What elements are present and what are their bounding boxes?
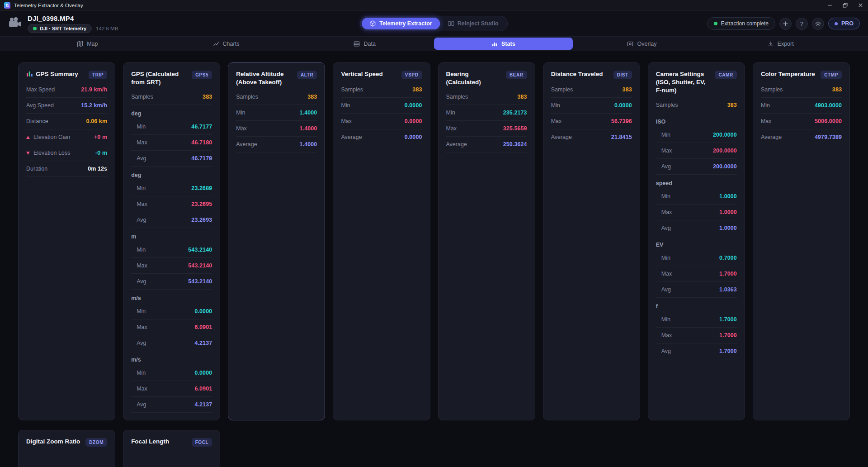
triangle-down-icon bbox=[26, 152, 30, 155]
stat-label: Avg bbox=[137, 401, 146, 408]
card-section: EVMin0.7000Max1.7000Avg1.0363 bbox=[656, 236, 737, 298]
tab-stats[interactable]: Stats bbox=[434, 38, 573, 50]
tab-data[interactable]: Data bbox=[295, 38, 434, 50]
stat-row: Max200.0000 bbox=[656, 143, 737, 159]
stat-row: Min1.0000 bbox=[656, 189, 737, 205]
stat-value: 383 bbox=[623, 86, 632, 93]
stat-label-text: Avg bbox=[137, 278, 146, 285]
stat-row: Samples383 bbox=[761, 82, 842, 98]
tab-charts[interactable]: Charts bbox=[157, 38, 296, 50]
cards-grid: GPS SummaryTRIPMax Speed21.9 km/hAvg Spe… bbox=[18, 62, 850, 467]
card-title: Camera Settings (ISO, Shutter, EV, F-num… bbox=[656, 70, 712, 95]
card-gps-srt[interactable]: GPS (Calculated from SRT)GPS5Samples383d… bbox=[123, 62, 220, 420]
stat-label: Avg bbox=[661, 225, 671, 231]
stat-label-text: Avg bbox=[137, 217, 146, 223]
stat-label-text: Avg bbox=[661, 348, 671, 354]
stat-row: Avg1.0363 bbox=[656, 282, 737, 298]
stat-label: Distance bbox=[26, 118, 48, 124]
stat-value: 383 bbox=[832, 86, 842, 93]
stat-row: Max325.5659 bbox=[446, 121, 527, 137]
stat-label: Duration bbox=[26, 166, 47, 172]
card-title: GPS (Calculated from SRT) bbox=[131, 70, 188, 86]
stat-row: Samples383 bbox=[656, 97, 737, 113]
stat-value: 0.0000 bbox=[614, 102, 632, 109]
stat-label-text: Duration bbox=[26, 166, 47, 172]
stat-label-text: Max bbox=[551, 118, 562, 124]
stat-label-text: Min bbox=[137, 247, 146, 253]
stat-row: Max1.0000 bbox=[656, 205, 737, 220]
card-title: Distance Traveled bbox=[551, 70, 610, 78]
stat-row: Average21.8415 bbox=[551, 129, 632, 145]
tab-export[interactable]: Export bbox=[711, 38, 850, 50]
stat-value: 383 bbox=[517, 94, 527, 100]
stat-value: 0.0000 bbox=[194, 370, 212, 376]
stat-label: Samples bbox=[131, 94, 153, 100]
stat-value: 383 bbox=[727, 102, 737, 108]
card-focal-length[interactable]: Focal LengthFOCL bbox=[123, 430, 220, 467]
minimize-button[interactable] bbox=[822, 0, 837, 10]
section-label: EV bbox=[656, 236, 737, 250]
stat-value: 1.0000 bbox=[719, 193, 737, 200]
tab-overlay[interactable]: Overlay bbox=[573, 38, 712, 50]
mode-tab-reinject-studio[interactable]: Reinject Studio bbox=[440, 18, 506, 29]
card-camera-settings[interactable]: Camera Settings (ISO, Shutter, EV, F-num… bbox=[648, 62, 745, 420]
gear-icon bbox=[815, 21, 821, 27]
stat-label-text: Min bbox=[137, 124, 146, 130]
stat-value: 1.4000 bbox=[300, 125, 317, 132]
stat-label: Samples bbox=[656, 102, 678, 108]
stat-value: 6.0901 bbox=[194, 324, 212, 330]
stat-value: 1.7000 bbox=[719, 348, 737, 354]
settings-gear-button[interactable] bbox=[812, 18, 824, 30]
stat-label-text: Max bbox=[661, 332, 672, 338]
stat-row: Average1.4000 bbox=[236, 137, 317, 152]
card-digital-zoom-ratio[interactable]: Digital Zoom RatioDZOM bbox=[18, 430, 115, 467]
stat-label: Avg bbox=[661, 348, 671, 354]
card-distance-traveled[interactable]: Distance TraveledDISTSamples383Min0.0000… bbox=[543, 62, 640, 420]
stat-value: 1.0363 bbox=[719, 286, 737, 293]
stat-row: Avg4.2137 bbox=[131, 397, 212, 413]
stat-value: 46.7177 bbox=[191, 124, 212, 130]
tab-map[interactable]: Map bbox=[18, 38, 157, 50]
close-button[interactable] bbox=[853, 0, 868, 10]
section-label: m bbox=[131, 228, 212, 242]
card-badge: BEAR bbox=[506, 71, 527, 79]
stat-label: Min bbox=[661, 132, 670, 138]
stat-value: 0.7000 bbox=[719, 255, 737, 261]
help-button[interactable]: ? bbox=[796, 18, 808, 30]
mode-tab-telemetry-extractor[interactable]: Telemetry Extractor bbox=[362, 18, 440, 29]
stat-label-text: Max Speed bbox=[26, 86, 55, 93]
header-actions: Extraction complete ? PRO bbox=[707, 17, 860, 30]
stat-value: 0.0000 bbox=[405, 134, 422, 140]
card-vertical-speed[interactable]: Vertical SpeedVSPDSamples383Min0.0000Max… bbox=[333, 62, 430, 420]
stat-value: -0 m bbox=[95, 150, 107, 156]
stat-label: Max bbox=[761, 118, 772, 124]
pro-badge[interactable]: PRO bbox=[828, 18, 860, 29]
card-color-temperature[interactable]: Color TemperatureCTMPSamples383Min4903.0… bbox=[753, 62, 850, 420]
file-info: DJI_0398.MP4 DJI · SRT Telemetry 142.6 M… bbox=[8, 14, 118, 33]
stat-row: Min0.0000 bbox=[131, 365, 212, 381]
card-gps-summary[interactable]: GPS SummaryTRIPMax Speed21.9 km/hAvg Spe… bbox=[18, 62, 115, 420]
stat-label-text: Elevation Gain bbox=[33, 134, 70, 140]
add-button[interactable] bbox=[779, 18, 792, 30]
restore-button[interactable] bbox=[837, 0, 853, 10]
card-title: Vertical Speed bbox=[341, 70, 397, 78]
stat-value: 23.2695 bbox=[191, 201, 212, 207]
stat-value: 1.7000 bbox=[719, 271, 737, 277]
card-bearing[interactable]: Bearing (Calculated)BEARSamples383Min235… bbox=[438, 62, 535, 420]
stat-value: 1.7000 bbox=[719, 316, 737, 323]
stat-label: Elevation Gain bbox=[26, 134, 70, 140]
stat-label: Max bbox=[137, 262, 147, 269]
stat-row: Avg4.2137 bbox=[131, 335, 212, 351]
stat-label-text: Max bbox=[661, 209, 672, 215]
triangle-up-icon bbox=[26, 136, 30, 139]
stat-value: 56.7396 bbox=[611, 118, 632, 124]
card-relative-altitude[interactable]: Relative Altitude (Above Takeoff)ALTRSam… bbox=[228, 62, 325, 420]
stat-label-text: Average bbox=[446, 141, 467, 148]
stat-row: Distance0.06 km bbox=[26, 114, 107, 129]
card-section: speedMin1.0000Max1.0000Avg1.0000 bbox=[656, 175, 737, 236]
stat-label: Max bbox=[661, 271, 672, 277]
stat-value: 0.06 km bbox=[86, 118, 108, 124]
card-badge: DIST bbox=[613, 71, 632, 79]
stat-value: 46.7180 bbox=[191, 139, 212, 146]
stat-row: Elevation Loss-0 m bbox=[26, 145, 107, 161]
